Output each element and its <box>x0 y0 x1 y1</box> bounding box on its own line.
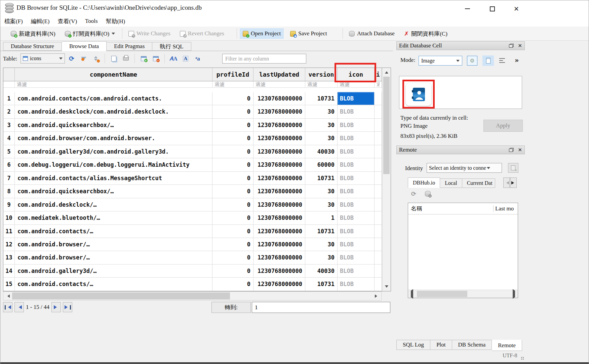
scroll-right-icon[interactable] <box>513 291 517 297</box>
cell-icon-blob[interactable]: BLOB <box>338 238 375 251</box>
cell-componentName[interactable]: com.android.contacts/com.android.contact… <box>15 92 212 105</box>
cell-profileId[interactable]: 0 <box>212 238 253 251</box>
table-row[interactable]: 2 com.android.deskclock/com.android.desk… <box>3 105 391 118</box>
cell-lastUpdated[interactable]: 1230768000000 <box>253 198 305 211</box>
cell-profileId[interactable]: 0 <box>212 211 253 225</box>
scroll-left-icon[interactable] <box>4 292 11 299</box>
table-row[interactable]: 10 com.mediatek.bluetooth/… 0 1230768000… <box>3 211 391 225</box>
cell-lastUpdated[interactable]: 1230768000000 <box>253 251 305 264</box>
cell-lastUpdated[interactable]: 1230768000000 <box>253 185 305 198</box>
horizontal-scrollbar[interactable] <box>3 291 382 300</box>
new-database-button[interactable]: + 新建資料庫(N) <box>8 28 58 39</box>
next-page-button[interactable] <box>51 302 61 312</box>
column-header-lastUpdated[interactable]: lastUpdated <box>253 68 305 81</box>
open-database-dropdown-icon[interactable] <box>112 33 115 36</box>
previous-page-button[interactable] <box>14 302 24 312</box>
remote-refresh-button[interactable]: ⟳ <box>411 191 416 198</box>
cell-version[interactable]: 10731 <box>305 278 338 291</box>
table-row[interactable]: 8 com.android.quicksearchbox/… 0 1230768… <box>3 185 391 198</box>
goto-button[interactable]: 轉到: <box>211 302 251 313</box>
cell-version[interactable]: 10731 <box>305 225 338 238</box>
revert-changes-button[interactable]: ↺ Revert Changes <box>177 28 227 39</box>
remote-clone-button[interactable]: › <box>425 191 431 198</box>
minimize-button[interactable] <box>462 5 473 12</box>
export-button[interactable] <box>110 55 117 62</box>
cell-lastUpdated[interactable]: 1230768000000 <box>253 145 305 158</box>
cell-profileId[interactable]: 0 <box>212 145 253 158</box>
filter-version-input[interactable] <box>305 82 337 88</box>
cell-componentName[interactable]: com.android.browser/com.android.browser. <box>15 132 212 145</box>
cell-profileId[interactable]: 0 <box>212 265 253 278</box>
scroll-right-icon[interactable] <box>373 292 381 299</box>
last-page-button[interactable] <box>63 302 72 312</box>
apply-button[interactable]: Apply <box>483 120 523 132</box>
filter-clipped-input[interactable] <box>375 82 382 88</box>
cell-componentName[interactable]: com.android.gallery3d/com.android.galler… <box>15 145 212 158</box>
cell-version[interactable]: 40030 <box>305 265 338 278</box>
table-row[interactable]: 1 com.android.contacts/com.android.conta… <box>3 92 391 105</box>
remote-tab-dbhub[interactable]: DBHub.io <box>408 177 440 188</box>
remote-tabs-scroll-right-button[interactable] <box>510 177 517 188</box>
word-wrap-icon[interactable] <box>499 58 505 63</box>
tab-sql-log[interactable]: SQL Log <box>396 340 430 350</box>
cell-version[interactable]: 30 <box>305 198 338 211</box>
table-row[interactable]: 13 com.android.browser/… 0 1230768000000… <box>3 251 391 264</box>
remote-tab-current-database[interactable]: Current Dat <box>462 178 495 188</box>
cell-version[interactable]: 30 <box>305 132 338 145</box>
tab-edit-pragmas[interactable]: Edit Pragmas <box>107 42 152 51</box>
clear-filters-button[interactable] <box>80 55 87 62</box>
cell-lastUpdated[interactable]: 1230768000000 <box>253 92 305 105</box>
cell-componentName[interactable]: com.android.deskclock/com.android.deskcl… <box>15 105 212 118</box>
cell-icon-blob[interactable]: BLOB <box>338 132 375 145</box>
menu-tools[interactable]: Tools <box>85 18 98 25</box>
refresh-button[interactable]: ⟳ <box>68 55 75 62</box>
cell-lastUpdated[interactable]: 1230768000000 <box>253 132 305 145</box>
cell-profileId[interactable]: 0 <box>212 198 253 211</box>
cell-version[interactable]: 10731 <box>305 172 338 185</box>
vertical-scrollbar-thumb[interactable] <box>383 77 390 174</box>
encoding-button[interactable]: A <box>182 55 189 62</box>
remote-list-column-last-modified[interactable]: Last mo <box>493 205 518 212</box>
table-row[interactable]: 6 com.debug.loggerui/com.debug.loggerui.… <box>3 158 391 171</box>
cell-profileId[interactable]: 0 <box>212 225 253 238</box>
open-database-button[interactable]: › 打開資料庫(O) <box>62 28 118 39</box>
vertical-scrollbar[interactable] <box>382 68 391 291</box>
tab-execute-sql[interactable]: 執行 SQL <box>152 42 191 51</box>
cell-version[interactable]: 40030 <box>305 145 338 158</box>
tab-browse-data[interactable]: Browse Data <box>62 41 107 51</box>
table-row[interactable]: 15 com.android.contacts/… 0 123076800000… <box>3 278 391 291</box>
scroll-left-icon[interactable] <box>409 291 413 297</box>
cell-icon-blob[interactable]: BLOB <box>338 225 375 238</box>
attach-database-button[interactable]: Attach Database <box>346 28 398 39</box>
cell-profileId[interactable]: 0 <box>212 92 253 105</box>
cell-icon-blob[interactable]: BLOB <box>338 92 375 105</box>
filter-any-column-input[interactable] <box>222 54 306 64</box>
cell-profileId[interactable]: 0 <box>212 132 253 145</box>
cell-lastUpdated[interactable]: 1230768000000 <box>253 158 305 171</box>
identity-connect-button[interactable] <box>508 163 518 173</box>
close-panel-icon[interactable]: ✕ <box>518 43 522 48</box>
filter-lastUpdated-input[interactable] <box>253 82 305 88</box>
cell-lastUpdated[interactable]: 1230768000000 <box>253 211 305 225</box>
cell-icon-blob[interactable]: BLOB <box>338 145 375 158</box>
table-row[interactable]: 9 com.android.deskclock/… 0 123076800000… <box>3 198 391 211</box>
cell-componentName[interactable]: com.android.contacts/… <box>15 278 212 291</box>
menu-help[interactable]: 幫助(H) <box>106 17 125 25</box>
cell-icon-blob[interactable]: BLOB <box>338 198 375 211</box>
scroll-up-icon[interactable] <box>382 68 391 75</box>
cell-componentName[interactable]: com.android.gallery3d/… <box>15 265 212 278</box>
case-button[interactable]: ᵃa <box>194 55 201 62</box>
cell-profileId[interactable]: 0 <box>212 105 253 118</box>
cell-componentName[interactable]: com.android.quicksearchbox/… <box>15 185 212 198</box>
table-row[interactable]: 5 com.android.gallery3d/com.android.gall… <box>3 145 391 158</box>
cell-lastUpdated[interactable]: 1230768000000 <box>253 278 305 291</box>
table-row[interactable]: 12 com.android.browser/… 0 1230768000000… <box>3 238 391 251</box>
float-panel-icon[interactable] <box>509 44 514 48</box>
cell-icon-blob[interactable]: BLOB <box>338 172 375 185</box>
cell-componentName[interactable]: com.debug.loggerui/com.debug.loggerui.Ma… <box>15 158 212 171</box>
table-select[interactable]: icons <box>21 53 65 64</box>
save-project-button[interactable]: ▪ Save Project <box>287 28 330 39</box>
delete-record-button[interactable]: − <box>152 55 159 62</box>
cell-lastUpdated[interactable]: 1230768000000 <box>253 225 305 238</box>
menu-view[interactable]: 查看(V) <box>58 17 77 25</box>
